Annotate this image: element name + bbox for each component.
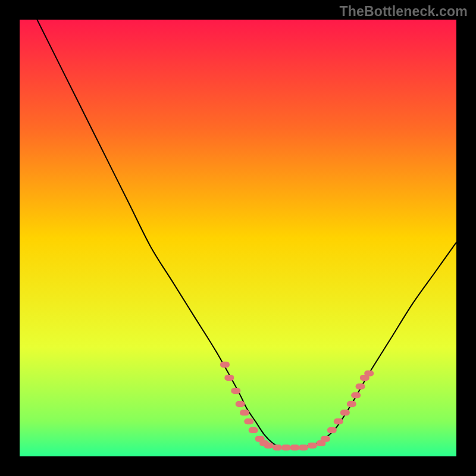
data-point-marker — [321, 436, 330, 442]
data-point-marker — [308, 443, 317, 449]
data-point-marker — [281, 444, 291, 450]
data-point-marker — [347, 401, 356, 407]
chart-frame: TheBottleneck.com — [0, 0, 476, 476]
data-point-marker — [351, 392, 361, 398]
data-point-marker — [334, 418, 343, 424]
data-point-marker — [356, 384, 365, 390]
data-point-marker — [299, 444, 308, 450]
data-point-marker — [231, 388, 240, 394]
data-point-marker — [364, 371, 374, 377]
data-point-marker — [249, 427, 258, 433]
data-point-marker — [264, 443, 273, 449]
data-point-marker — [273, 444, 282, 450]
data-point-marker — [236, 401, 245, 407]
data-point-marker — [220, 362, 230, 368]
data-point-marker — [327, 427, 337, 433]
data-point-marker — [224, 375, 234, 381]
data-point-marker — [340, 410, 350, 416]
plot-area — [20, 20, 456, 456]
data-point-marker — [290, 444, 299, 450]
data-point-marker — [244, 418, 253, 424]
watermark-text: TheBottleneck.com — [339, 4, 468, 20]
data-point-marker — [240, 410, 249, 416]
chart-svg — [20, 20, 456, 456]
